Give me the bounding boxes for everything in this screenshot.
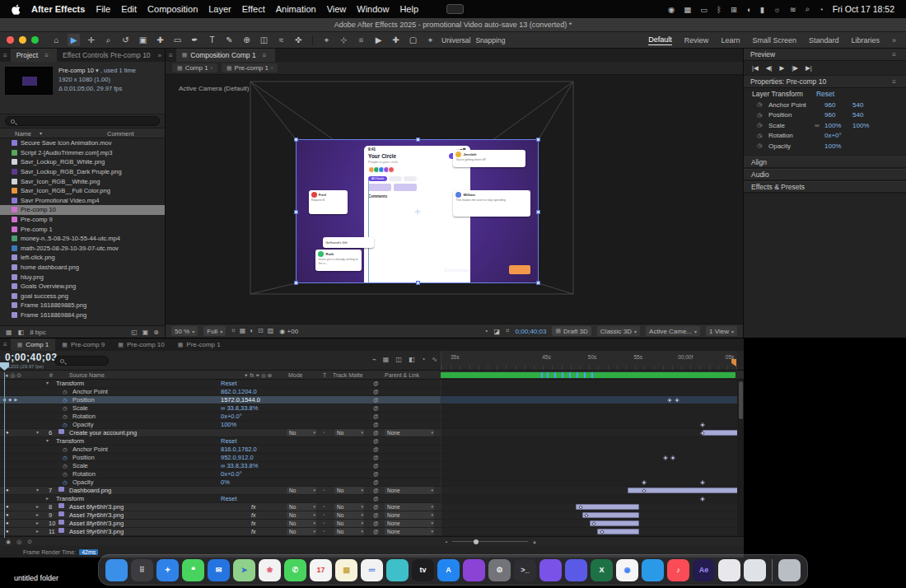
timeline-property-row[interactable]: ◷Position952.0,912.0@ xyxy=(0,454,744,462)
property-pickwhip-icon[interactable]: @ xyxy=(373,470,379,478)
keyframe-icon[interactable] xyxy=(667,398,672,403)
column-track-matte[interactable]: Track Matte xyxy=(333,372,363,378)
channels-icon[interactable]: ◐ xyxy=(250,327,254,335)
shy-layers-icon[interactable]: ◫ xyxy=(395,356,402,363)
selection-handle[interactable] xyxy=(294,281,298,285)
property-value[interactable]: 100% xyxy=(824,142,852,150)
display-icon[interactable]: ▭ xyxy=(700,5,708,14)
timeline-zoom-slider[interactable]: ▲ ▲ xyxy=(445,539,537,544)
timeline-track[interactable] xyxy=(441,429,744,436)
project-item[interactable]: left-click.png xyxy=(0,253,165,263)
window-title-bar[interactable]: Adobe After Effects 2025 - promotional V… xyxy=(0,18,906,32)
timeline-layer-row[interactable]: ●▾6Create your account.pngNo▫No@None xyxy=(0,429,744,437)
layer-visibility-icon[interactable]: ● xyxy=(6,511,9,519)
pen-tool[interactable]: ✒ xyxy=(189,34,201,46)
parent-pickwhip-icon[interactable]: @ xyxy=(373,511,379,519)
timeline-property-row[interactable]: ◷Opacity100%@ xyxy=(0,421,744,429)
property-label[interactable]: Scale xyxy=(72,462,88,469)
grid-icon[interactable]: ▦ xyxy=(240,327,246,335)
breadcrumb-comp[interactable]: ▦Pre-comp 1‹ xyxy=(222,63,278,72)
timeline-layer-row[interactable]: ●▸9Asset 7fyr6hh'3.pngfxNo▫No@None xyxy=(0,511,744,520)
media-encoder-dock-icon[interactable] xyxy=(718,559,740,581)
panel-menu-icon[interactable]: ≡ xyxy=(889,78,899,86)
column-t[interactable]: T xyxy=(323,372,326,378)
breadcrumb-comp[interactable]: ▦Comp 1‹ xyxy=(172,63,217,72)
parent-link-dropdown[interactable]: None xyxy=(385,520,434,527)
panel-section-header[interactable]: Audio xyxy=(744,169,906,181)
parent-pickwhip-icon[interactable]: @ xyxy=(373,528,379,535)
project-item[interactable]: money-n..5-08-29-10-55-44-utc.mp4 xyxy=(0,234,165,244)
anchor-point-icon[interactable] xyxy=(414,208,420,214)
timeline-property-row[interactable]: ◷Anchor Point816.0,1762.0@ xyxy=(0,446,744,454)
layer-visibility-icon[interactable]: ● xyxy=(6,520,9,527)
project-item[interactable]: Pre-comp 9 xyxy=(0,215,165,225)
project-item[interactable]: Savr Promotional Video.mp4 xyxy=(0,196,165,206)
project-item[interactable]: Savr_Lockup_RGB_Dark Pruple.png xyxy=(0,167,165,177)
terminal-dock-icon[interactable]: >_ xyxy=(514,559,536,581)
layer-visibility-icon[interactable]: ● xyxy=(6,503,9,511)
clone-stamp-tool[interactable]: ⊕ xyxy=(241,34,253,46)
menu-item[interactable]: View xyxy=(327,4,347,14)
blend-mode-dropdown[interactable]: No xyxy=(287,429,316,436)
finder-dock-icon[interactable] xyxy=(105,559,128,581)
reset-link[interactable]: Reset xyxy=(221,495,237,502)
timeline-track[interactable] xyxy=(441,413,744,420)
twirl-icon[interactable]: ▸ xyxy=(36,528,39,535)
panel-menu-icon[interactable]: ≡ xyxy=(0,52,11,59)
resolution-dropdown[interactable]: Full▾ xyxy=(203,326,226,336)
zoom-slider-handle[interactable] xyxy=(474,539,479,544)
selection-handle[interactable] xyxy=(416,138,420,142)
panel-section-header[interactable]: Align xyxy=(744,156,906,169)
track-matte-dropdown[interactable]: No xyxy=(334,528,364,535)
property-label[interactable]: Scale xyxy=(72,404,88,412)
parent-pickwhip-icon[interactable]: @ xyxy=(373,520,379,527)
trash-dock-icon[interactable] xyxy=(778,559,801,581)
shape-tool[interactable]: ▭ xyxy=(171,34,184,46)
minimize-button[interactable] xyxy=(19,36,26,44)
selection-tool[interactable]: ▶ xyxy=(68,34,80,46)
stopwatch-icon[interactable]: ◷ xyxy=(757,112,768,119)
home-tool[interactable]: ⌂ xyxy=(50,34,63,46)
layer-source-name[interactable]: Asset 6fyr6hh'3.png xyxy=(69,503,124,511)
workspace-tab[interactable]: Review xyxy=(684,36,709,44)
track-matte-dropdown[interactable]: No xyxy=(334,429,364,436)
project-item[interactable]: math-2025-08-29-10-39-07-utc.mov xyxy=(0,244,165,254)
timeline-track[interactable] xyxy=(441,462,744,469)
twirl-icon[interactable]: ▾ xyxy=(36,487,39,494)
layer-duration-bar[interactable] xyxy=(576,504,639,510)
property-value[interactable]: 100% xyxy=(852,122,880,129)
menu-item[interactable]: Edit xyxy=(121,4,137,14)
keyframe-icon[interactable] xyxy=(675,398,680,403)
menu-bar-clock[interactable]: Fri Oct 17 18:52 xyxy=(833,4,894,14)
type-tool[interactable]: T xyxy=(206,34,218,46)
layer-source-name[interactable]: Asset 9fyr6hh'3.png xyxy=(69,528,124,535)
twirl-icon[interactable]: ▸ xyxy=(36,520,39,527)
composition-canvas[interactable]: 9:41▂▄▆ Your Circle + Invite People in y… xyxy=(296,139,539,283)
magnification-dropdown[interactable]: 50 %▾ xyxy=(171,326,198,336)
property-pickwhip-icon[interactable]: @ xyxy=(373,404,379,412)
blend-mode-dropdown[interactable]: No xyxy=(287,503,316,511)
timeline-track[interactable] xyxy=(441,478,744,486)
iphone-mirroring-dock-icon[interactable] xyxy=(539,559,562,581)
snapshot-icon[interactable]: ◔ xyxy=(484,328,488,335)
timeline-tab[interactable]: ▦Comp 1 xyxy=(11,338,56,351)
property-value[interactable]: 0x+0.0° xyxy=(221,470,242,478)
zoom-tool[interactable]: ⌕ xyxy=(102,34,114,46)
property-value[interactable]: 960 xyxy=(824,101,852,109)
property-value[interactable]: 960 xyxy=(824,111,852,119)
timeline-tab[interactable]: ▦Pre-comp 9 xyxy=(55,338,111,351)
messages-dock-icon[interactable]: ❝ xyxy=(182,559,204,581)
volume-icon[interactable]: ◖ xyxy=(746,5,751,14)
panel-menu-icon[interactable]: ≡ xyxy=(41,52,52,59)
timeline-layer-row[interactable]: ●▸10Asset 8fyr6hh'3.pngfxNo▫No@None xyxy=(0,520,744,528)
property-label[interactable]: Rotation xyxy=(72,470,96,478)
column-source-name[interactable]: Source Name xyxy=(69,372,105,378)
twirl-icon[interactable]: ▸ xyxy=(36,511,39,519)
blend-mode-dropdown[interactable]: No xyxy=(287,528,316,535)
puppet-pin-tool[interactable]: ✜ xyxy=(292,34,305,46)
selection-handle[interactable] xyxy=(536,281,540,285)
timeline-track[interactable] xyxy=(441,511,744,519)
photos-dock-icon[interactable]: ❀ xyxy=(259,559,281,581)
timeline-track[interactable] xyxy=(441,520,744,527)
property-value[interactable]: 862.0,1204.0 xyxy=(221,388,257,395)
